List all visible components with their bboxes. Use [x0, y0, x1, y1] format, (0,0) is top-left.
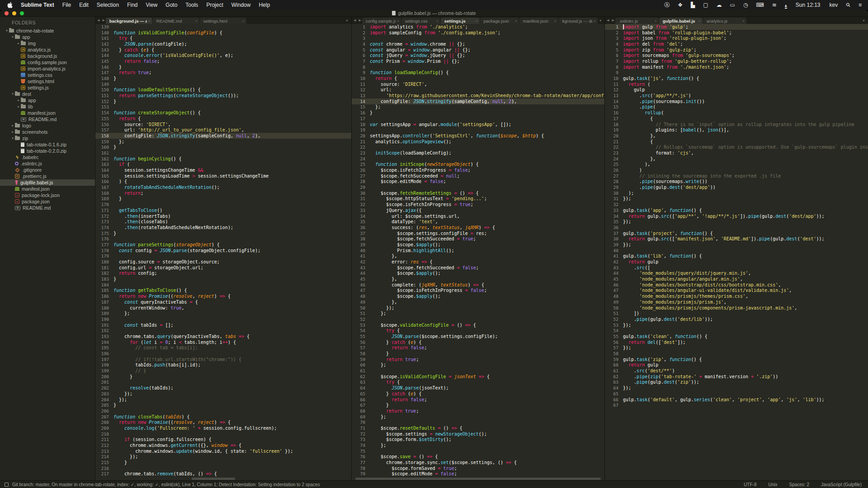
- tab-overflow-icon[interactable]: ▼: [344, 19, 351, 24]
- sidebar-item[interactable]: .gitignore: [0, 167, 95, 173]
- code-area[interactable]: 1import analytics from './analytics';2im…: [352, 24, 604, 480]
- menu-item-project[interactable]: Project: [206, 2, 223, 8]
- sidebar-item[interactable]: MREADME.md: [0, 116, 95, 122]
- menu-clock[interactable]: Sun 12:13: [796, 2, 821, 8]
- menu-item-goto[interactable]: Goto: [165, 2, 177, 8]
- minimize-button[interactable]: [12, 11, 16, 15]
- status-segment-spaces-2[interactable]: Spaces: 2: [789, 482, 809, 487]
- tab-close-icon[interactable]: ×: [554, 19, 557, 23]
- menu-item-tools[interactable]: Tools: [185, 2, 198, 8]
- menu-item-window[interactable]: Window: [231, 2, 251, 8]
- tab-close-icon[interactable]: ×: [148, 19, 151, 23]
- tab-package.json[interactable]: package.json×: [480, 18, 519, 24]
- apple-menu-icon[interactable]: [7, 2, 13, 8]
- tab-close-icon[interactable]: ×: [698, 19, 701, 23]
- tab-settings.js[interactable]: settings.js×: [441, 18, 480, 24]
- tab-scroll-right-icon[interactable]: ▶: [100, 19, 105, 24]
- horizontal-scrollbar[interactable]: [192, 478, 235, 480]
- menu-item-edit[interactable]: Edit: [79, 2, 89, 8]
- sidebar-item[interactable]: ▾dest: [0, 91, 95, 97]
- close-button[interactable]: [5, 11, 9, 15]
- split-square-icon[interactable]: ▙: [691, 2, 695, 8]
- tab-settings.css[interactable]: settings.css×: [401, 18, 440, 24]
- dropbox-icon[interactable]: ❖: [678, 2, 683, 8]
- code-area[interactable]: 1import gulp from 'gulp';2import babel f…: [605, 24, 868, 480]
- tab-close-icon[interactable]: ×: [655, 19, 657, 23]
- zoom-button[interactable]: [20, 11, 24, 15]
- tab-close-icon[interactable]: ×: [742, 19, 745, 23]
- tab-settings.html[interactable]: settings.html×: [200, 18, 246, 24]
- sidebar-item[interactable]: tab-rotate-0.2.0.zip: [0, 148, 95, 154]
- circle-a-icon[interactable]: Ⓐ: [664, 2, 670, 8]
- tab-overflow-icon[interactable]: ▼: [598, 19, 604, 24]
- menu-item-help[interactable]: Help: [259, 2, 270, 8]
- sidebar-item[interactable]: ▸logo: [0, 122, 95, 129]
- tab-close-icon[interactable]: ×: [515, 19, 517, 23]
- sidebar-item[interactable]: settings.html: [0, 78, 95, 84]
- tab-overflow-icon[interactable]: ▼: [861, 19, 868, 24]
- sidebar-item[interactable]: config.sample.json: [0, 59, 95, 66]
- sidebar-item[interactable]: tab-rotate-0.1.6.zip: [0, 141, 95, 148]
- tab-manifest.json[interactable]: manifest.json×: [519, 18, 558, 24]
- sidebar-item[interactable]: P.prettierrc.js: [0, 173, 95, 179]
- tab-close-icon[interactable]: ×: [242, 19, 245, 23]
- sidebar-item[interactable]: ϟ.babelrc: [0, 154, 95, 160]
- tab-close-icon[interactable]: ×: [397, 19, 399, 23]
- sidebar-item[interactable]: JSbackground.js: [0, 53, 95, 59]
- tab-close-icon[interactable]: ×: [476, 19, 478, 23]
- sidebar-item[interactable]: .eslintrc.js: [0, 160, 95, 167]
- menu-item-find[interactable]: Find: [127, 2, 137, 8]
- menu-item-view[interactable]: View: [146, 2, 158, 8]
- sidebar-item[interactable]: gulpfile.babel.js: [0, 179, 95, 186]
- notification-center-icon[interactable]: ≡: [859, 2, 862, 8]
- sidebar-item[interactable]: npackage-lock.json: [0, 192, 95, 198]
- menu-item-selection[interactable]: Selection: [97, 2, 119, 8]
- menu-app-name[interactable]: Sublime Text: [21, 2, 54, 8]
- sidebar-item[interactable]: ▾chrome-tab-rotate: [0, 28, 95, 34]
- spotlight-icon[interactable]: ⚲: [845, 1, 852, 9]
- tab-config.sample.json[interactable]: config.sample.json×: [362, 18, 401, 24]
- sidebar-item[interactable]: JSanalytics.js: [0, 47, 95, 53]
- tab-close-icon[interactable]: ×: [436, 19, 439, 23]
- sidebar-item[interactable]: JSsettings.js: [0, 84, 95, 91]
- horizontal-scrollbar[interactable]: [355, 478, 601, 480]
- sidebar-item[interactable]: ▾app: [0, 34, 95, 40]
- sidebar-item[interactable]: manifest.json: [0, 110, 95, 116]
- eject-icon[interactable]: ▴: [785, 3, 787, 9]
- sidebar-item[interactable]: MREADME.md: [0, 205, 95, 211]
- tab-README.md[interactable]: README.md×: [153, 18, 199, 24]
- sidebar-item[interactable]: ▸lib: [0, 103, 95, 110]
- airplay-display-icon[interactable]: ▭: [730, 2, 735, 8]
- sidebar-item[interactable]: npackage.json: [0, 198, 95, 205]
- sidebar-item[interactable]: ▸screenshots: [0, 129, 95, 135]
- sidebar-item[interactable]: JSimport-analytics.js: [0, 66, 95, 72]
- menu-user[interactable]: kev: [830, 2, 838, 8]
- sidebar-item[interactable]: settings.css: [0, 72, 95, 78]
- tab-scroll-left-icon[interactable]: ◀: [95, 19, 100, 24]
- tab-close-icon[interactable]: ×: [195, 19, 198, 23]
- tab-background.js-app[interactable]: background.js — app×: [106, 18, 152, 24]
- tab-analytics.js[interactable]: analytics.js×: [703, 18, 746, 24]
- tab-gulpfile.babel.js[interactable]: gulpfile.babel.js×: [659, 18, 703, 24]
- wifi-icon[interactable]: ≋: [772, 2, 777, 8]
- tab-close-icon[interactable]: ×: [594, 19, 596, 23]
- status-segment-utf-8[interactable]: UTF-8: [744, 482, 756, 487]
- tab-scroll-left-icon[interactable]: ◀: [605, 19, 610, 24]
- time-machine-icon[interactable]: ◷: [743, 2, 748, 8]
- keyboard-icon[interactable]: ⌨: [756, 2, 764, 8]
- tab-scroll-right-icon[interactable]: ▶: [357, 19, 362, 24]
- tab-kground.js-dest-app[interactable]: kground.js — dest/app×: [559, 18, 598, 24]
- cloud-upload-icon[interactable]: ☁: [717, 2, 722, 8]
- sidebar-item[interactable]: ▸app: [0, 97, 95, 103]
- menu-item-file[interactable]: File: [62, 2, 71, 8]
- tab-.eslintrc.js[interactable]: .eslintrc.js×: [615, 18, 659, 24]
- status-segment-unix[interactable]: Unix: [768, 482, 777, 487]
- tab-scroll-left-icon[interactable]: ◀: [352, 19, 357, 24]
- sidebar-item[interactable]: ▸img: [0, 40, 95, 47]
- sidebar-item[interactable]: manifest.json: [0, 186, 95, 192]
- code-area[interactable]: 139140function isValidConfigFile(configF…: [95, 24, 351, 480]
- sidebar-item[interactable]: ▾zip: [0, 135, 95, 141]
- tab-scroll-right-icon[interactable]: ▶: [610, 19, 615, 24]
- status-segment-javascript-gulpfile-[interactable]: JavaScript (Gulpfile): [821, 482, 862, 487]
- square-icon[interactable]: ▢: [703, 2, 708, 8]
